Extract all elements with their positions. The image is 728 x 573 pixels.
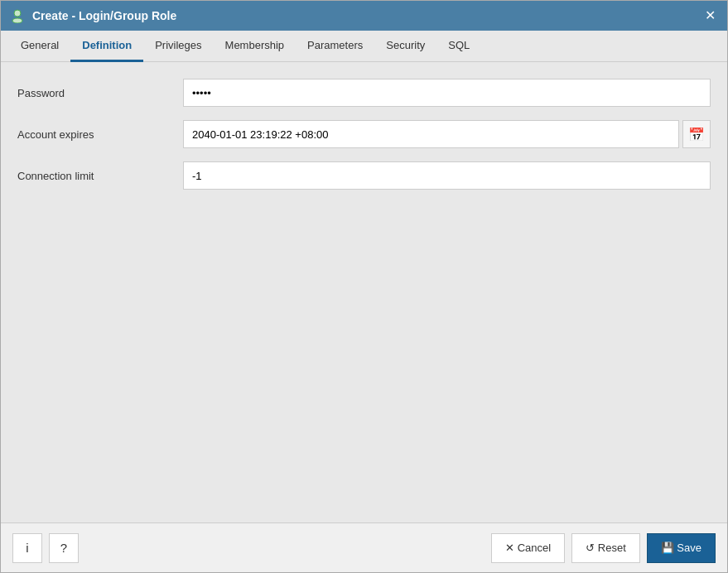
close-button[interactable]: ✕ bbox=[701, 7, 719, 24]
password-input-wrap bbox=[183, 79, 711, 107]
tabs-bar: General Definition Privileges Membership… bbox=[1, 31, 727, 62]
dialog-title: Create - Login/Group Role bbox=[32, 9, 176, 22]
tab-definition[interactable]: Definition bbox=[70, 31, 143, 62]
reset-button[interactable]: ↺ Reset bbox=[571, 533, 640, 563]
password-label: Password bbox=[17, 87, 183, 99]
save-button[interactable]: 💾 Save bbox=[647, 533, 716, 563]
connection-limit-label: Connection limit bbox=[17, 170, 183, 182]
title-bar-left: Create - Login/Group Role bbox=[9, 7, 176, 24]
tab-security[interactable]: Security bbox=[374, 31, 436, 62]
password-row: Password bbox=[17, 79, 711, 107]
svg-point-1 bbox=[12, 18, 22, 23]
tab-parameters[interactable]: Parameters bbox=[296, 31, 374, 62]
connection-limit-input-wrap bbox=[183, 161, 711, 190]
connection-limit-row: Connection limit bbox=[17, 161, 711, 190]
dialog: Create - Login/Group Role ✕ General Defi… bbox=[0, 0, 728, 573]
account-expires-input-wrap: 📅 bbox=[183, 120, 711, 148]
form-content: Password Account expires 📅 Connection li… bbox=[1, 62, 727, 522]
tab-membership[interactable]: Membership bbox=[214, 31, 297, 62]
account-expires-row: Account expires 📅 bbox=[17, 120, 711, 148]
dialog-footer: i ? ✕ Cancel ↺ Reset 💾 Save bbox=[1, 522, 727, 572]
tab-general[interactable]: General bbox=[9, 31, 70, 62]
connection-limit-input[interactable] bbox=[183, 161, 711, 190]
footer-left: i ? bbox=[12, 533, 79, 563]
account-expires-input[interactable] bbox=[183, 120, 679, 148]
account-expires-label: Account expires bbox=[17, 128, 183, 141]
cancel-button[interactable]: ✕ Cancel bbox=[491, 533, 565, 563]
calendar-button[interactable]: 📅 bbox=[682, 120, 711, 148]
footer-right: ✕ Cancel ↺ Reset 💾 Save bbox=[491, 533, 716, 563]
help-button[interactable]: ? bbox=[49, 533, 79, 563]
tab-sql[interactable]: SQL bbox=[436, 31, 481, 62]
info-button[interactable]: i bbox=[12, 533, 42, 563]
role-icon bbox=[9, 7, 26, 24]
tab-privileges[interactable]: Privileges bbox=[143, 31, 213, 62]
svg-point-0 bbox=[14, 10, 21, 17]
password-input[interactable] bbox=[183, 79, 711, 107]
title-bar: Create - Login/Group Role ✕ bbox=[1, 1, 727, 31]
